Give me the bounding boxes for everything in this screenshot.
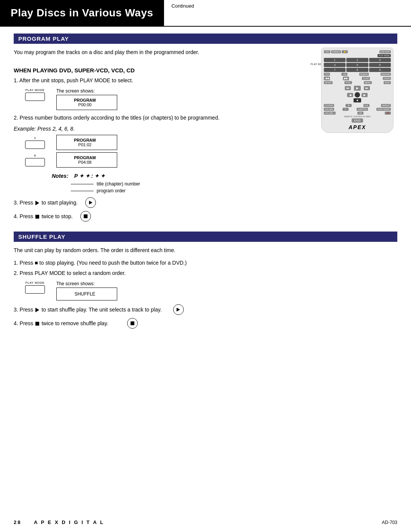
brand-name: A P E X D I G I T A L bbox=[34, 519, 104, 525]
footer-left: 28 A P E X D I G I T A L bbox=[14, 519, 104, 525]
btn8-screen-row: 8 PROGRAM P04:08 bbox=[25, 152, 314, 168]
annotation1-text: title (chapter) number bbox=[97, 181, 140, 187]
rew-btn: ◀◀ bbox=[324, 77, 330, 80]
osd-btn: OSD bbox=[324, 50, 330, 53]
remote-num-grid: 1 2 3 4 5 6 7 8 9 bbox=[324, 58, 391, 72]
btn-6: 6 bbox=[369, 63, 391, 67]
annotation2-line: program order bbox=[71, 188, 314, 193]
shuffle-screen-diagram: PLAY MODE The screen shows: SHUFFLE bbox=[25, 281, 397, 300]
notes-area: Notes: P ✦ ✦ : ✦ ✦ title (chapter) numbe… bbox=[52, 173, 314, 193]
disk-skip-btn: DISK SKIP bbox=[379, 50, 391, 53]
shuffle-play-btn[interactable] bbox=[173, 304, 184, 315]
cb-btn: CB bbox=[357, 112, 363, 115]
remote-vol-row: VOLUME + CB 🔇 bbox=[324, 112, 391, 115]
remote-control-label: REMOTE CONTROL RC-999A bbox=[324, 115, 391, 118]
page-footer: 28 A P E X D I G I T A L AD-703 bbox=[0, 519, 411, 525]
notes-label: Notes: P ✦ ✦ : ✦ ✦ bbox=[52, 173, 105, 179]
right-btn: ▶ bbox=[362, 93, 368, 97]
btn2-rect[interactable] bbox=[25, 141, 45, 149]
stop-button[interactable] bbox=[80, 211, 91, 222]
step1-screen-diagram: PLAY MODE The screen shows: PROGRAM P00:… bbox=[25, 88, 314, 110]
btn8-area: 8 bbox=[25, 154, 45, 166]
fwd-btn: ▶▶ bbox=[343, 77, 349, 80]
remote-bottom-row1: SYSTEM ▼ A-B REPEAT bbox=[324, 104, 391, 107]
remote-control-image: PLAY MODE — OSD DIMMER 🔔 DISK SKIP bbox=[321, 48, 397, 133]
step1-text: 1. After the unit stops, push PLAY MODE … bbox=[14, 77, 314, 85]
shuffle-step4-text: 4. Press twice to remove shuffle play. bbox=[14, 320, 108, 326]
page-header: Play Discs in Various Ways Continued bbox=[0, 0, 411, 27]
continued-label: Continued bbox=[164, 0, 411, 26]
slow-btn: SLOW bbox=[362, 77, 370, 80]
shuffle-step2: 2. Press PLAY MODE to select a random or… bbox=[14, 269, 397, 277]
btn-3: 3 bbox=[369, 58, 391, 62]
play-button[interactable] bbox=[85, 197, 96, 208]
program-play-left: You may program the tracks on a disc and… bbox=[14, 44, 314, 225]
next-btn: ⏭ bbox=[364, 86, 370, 90]
btn-4: 4 bbox=[324, 63, 346, 67]
step2-text: 2. Press number buttons orderly accordin… bbox=[14, 114, 314, 122]
remote-nav-cluster: ⏮ ▶ ⏭ ◀ ▶ ■ bbox=[324, 86, 391, 102]
shuffle-play-mode-btn-area: PLAY MODE bbox=[25, 281, 45, 294]
remote-func-row2: ◀◀ ▶▶ SLOW ZOOM bbox=[324, 77, 391, 80]
step4-text: 4. Press twice to stop. bbox=[14, 213, 73, 219]
screen2-box: PROGRAM P01:02 bbox=[56, 135, 117, 150]
annotation2-dash bbox=[71, 191, 94, 191]
play-mode-btn: PLAY MODE bbox=[378, 54, 391, 57]
shuffle-screen-area: The screen shows: SHUFFLE bbox=[56, 281, 117, 300]
step3-text: 3. Press to start playing. bbox=[14, 200, 78, 206]
menu-btn: MENU bbox=[364, 81, 372, 84]
remote-func-row3: SETUP TITLE MENU STEP bbox=[324, 81, 391, 84]
btn8-rect[interactable] bbox=[25, 158, 45, 166]
shuffle-play-mode-btn[interactable] bbox=[25, 285, 45, 294]
mute-btn: 🔇 bbox=[385, 112, 391, 115]
apex-logo: APEX bbox=[324, 124, 391, 130]
shuffle-step4: 4. Press twice to remove shuffle play. bbox=[14, 318, 397, 329]
resume-btn: RESUME bbox=[381, 73, 391, 76]
play-mode-button-area: PLAY MODE bbox=[25, 88, 45, 101]
prev-btn: ⏮ bbox=[345, 86, 351, 90]
system-btn: SYSTEM bbox=[324, 104, 334, 107]
hash-btn: # bbox=[342, 108, 349, 111]
subtitle-btn: SUBTITLE bbox=[357, 108, 368, 111]
remote-func-row1: TVS +10 REMAIN RESUME bbox=[324, 73, 391, 76]
program-play-section: PROGRAM PLAY You may program the tracks … bbox=[14, 34, 397, 225]
audio-btn: AUDIO MODE bbox=[376, 108, 391, 111]
program-play-content: You may program the tracks on a disc and… bbox=[14, 44, 397, 225]
down-btn: ▼ bbox=[346, 104, 352, 107]
ab-btn: A-B bbox=[363, 104, 370, 107]
remote-top-row: OSD DIMMER 🔔 DISK SKIP bbox=[324, 50, 391, 53]
sub-heading-dvd: WHEN PLAYING DVD, SUPER-VCD, VCD, CD bbox=[14, 67, 314, 73]
shuffle-stop-btn[interactable] bbox=[127, 318, 138, 329]
page-title: Play Discs in Various Ways bbox=[11, 7, 153, 19]
shuffle-intro: The unit can play by random orders. The … bbox=[14, 246, 397, 254]
dimmer-btn: DIMMER bbox=[331, 50, 341, 53]
shuffle-screen-box: SHUFFLE bbox=[56, 288, 117, 300]
content-area: PROGRAM PLAY You may program the tracks … bbox=[0, 34, 411, 339]
shuffle-step3: 3. Press to start shuffle play. The unit… bbox=[14, 304, 397, 315]
shuffle-play-section: SHUFFLE PLAY The unit can play by random… bbox=[14, 232, 397, 335]
step4-press-stop: 4. Press twice to stop. bbox=[14, 211, 314, 222]
page: Play Discs in Various Ways Continued PRO… bbox=[0, 0, 411, 532]
play-mode-button[interactable] bbox=[25, 93, 45, 101]
btn-8: 8 bbox=[346, 68, 368, 72]
vol-btn: VOLUME bbox=[324, 108, 334, 111]
icon-btn: 🔔 bbox=[342, 50, 348, 53]
screen3-box: PROGRAM P04:08 bbox=[56, 152, 117, 168]
annotation1-line: title (chapter) number bbox=[71, 181, 314, 187]
setup-btn: SETUP bbox=[324, 81, 333, 84]
nav-top-row: ⏮ ▶ ⏭ bbox=[345, 86, 370, 91]
step3-press-play: 3. Press to start playing. bbox=[14, 197, 314, 208]
stop-btn: ■ bbox=[354, 98, 361, 102]
remote-playmode-row: PLAY MODE bbox=[324, 54, 391, 57]
shuffle-step3-text: 3. Press to start shuffle play. The unit… bbox=[14, 307, 162, 313]
shuffle-play-header: SHUFFLE PLAY bbox=[14, 232, 397, 242]
remote-bottom-row2: VOLUME # SUBTITLE AUDIO MODE bbox=[324, 108, 391, 111]
play-btn: ▶ bbox=[354, 86, 361, 91]
program-play-header: PROGRAM PLAY bbox=[14, 34, 397, 44]
remain-btn: REMAIN bbox=[359, 73, 369, 76]
program-play-intro: You may program the tracks on a disc and… bbox=[14, 44, 314, 62]
plus10-btn: +10 bbox=[341, 73, 347, 76]
left-btn: ◀ bbox=[347, 93, 353, 97]
vol-plus-btn: VOLUME + bbox=[324, 112, 336, 115]
step-btn: STEP bbox=[384, 81, 391, 84]
